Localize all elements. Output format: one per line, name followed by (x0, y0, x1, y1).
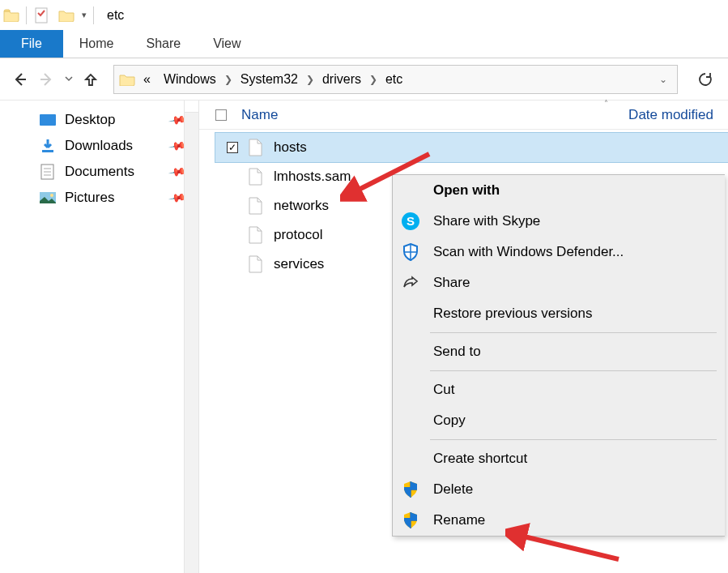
share-icon (399, 273, 422, 293)
menu-open-with[interactable]: Open with (393, 175, 725, 206)
sort-indicator-icon: ˄ (604, 99, 608, 108)
menu-label: Restore previous versions (433, 306, 593, 322)
menu-separator (430, 439, 717, 440)
menu-separator (430, 332, 717, 333)
desktop-icon (39, 113, 57, 126)
refresh-button[interactable] (691, 65, 720, 94)
svg-rect-2 (42, 150, 53, 152)
menu-send-to[interactable]: Send to (393, 336, 725, 367)
sidebar-item-label: Pictures (65, 190, 114, 206)
menu-rename[interactable]: Rename (393, 505, 725, 536)
forward-button[interactable] (36, 68, 58, 91)
chevron-right-icon[interactable]: ❯ (369, 74, 377, 85)
sidebar-item-downloads[interactable]: Downloads 📌 (8, 133, 198, 159)
menu-label: Scan with Windows Defender... (433, 244, 624, 260)
menu-label: Cut (433, 382, 454, 398)
context-menu: Open with S Share with Skype Scan with W… (392, 174, 725, 537)
menu-create-shortcut[interactable]: Create shortcut (393, 443, 725, 474)
column-name[interactable]: Name (241, 107, 278, 123)
select-all-checkbox[interactable] (215, 109, 227, 121)
up-button[interactable] (79, 68, 102, 91)
navigation-bar: « Windows ❯ System32 ❯ drivers ❯ etc ⌄ (0, 58, 728, 100)
file-icon (248, 138, 264, 157)
menu-label: Open with (433, 182, 500, 199)
breadcrumb-windows[interactable]: Windows (159, 72, 221, 87)
sidebar-item-label: Downloads (65, 138, 133, 154)
address-history-dropdown[interactable]: ⌄ (654, 74, 672, 85)
sidebar-item-documents[interactable]: Documents 📌 (8, 159, 198, 185)
tab-share[interactable]: Share (130, 30, 197, 58)
menu-label: Create shortcut (433, 451, 527, 467)
menu-scan-defender[interactable]: Scan with Windows Defender... (393, 237, 725, 267)
breadcrumb-folder-icon (119, 73, 135, 86)
sidebar-item-label: Documents (65, 164, 134, 180)
file-row-hosts[interactable]: ✓ hosts (215, 133, 728, 162)
column-header-row: ˄ Name Date modified (199, 100, 728, 130)
menu-copy[interactable]: Copy (393, 405, 725, 436)
menu-label: Copy (433, 413, 466, 429)
file-icon (248, 225, 264, 245)
menu-delete[interactable]: Delete (393, 474, 725, 505)
breadcrumb-overflow[interactable]: « (138, 72, 155, 87)
app-folder-icon (3, 7, 19, 24)
titlebar-divider (26, 6, 27, 24)
address-bar[interactable]: « Windows ❯ System32 ❯ drivers ❯ etc ⌄ (113, 65, 678, 94)
properties-icon[interactable] (33, 6, 51, 24)
menu-share[interactable]: Share (393, 267, 725, 298)
file-name: hosts (274, 139, 307, 156)
breadcrumb-system32[interactable]: System32 (236, 72, 303, 87)
uac-shield-icon (399, 481, 422, 498)
file-icon (248, 196, 264, 216)
file-name: services (274, 256, 324, 272)
pictures-icon (39, 191, 57, 204)
menu-share-skype[interactable]: S Share with Skype (393, 206, 725, 237)
downloads-icon (39, 138, 57, 154)
menu-label: Send to (433, 344, 481, 360)
menu-label: Delete (433, 481, 473, 498)
file-name: lmhosts.sam (274, 169, 351, 185)
titlebar-divider-2 (93, 6, 94, 24)
chevron-right-icon[interactable]: ❯ (306, 74, 314, 85)
sidebar-scrollbar[interactable] (184, 100, 198, 573)
menu-restore-versions[interactable]: Restore previous versions (393, 298, 725, 329)
svg-text:S: S (407, 214, 415, 228)
file-icon (248, 167, 264, 186)
menu-label: Share (433, 275, 470, 291)
file-name: protocol (274, 227, 322, 243)
ribbon: File Home Share View (0, 31, 728, 58)
column-date[interactable]: Date modified (614, 107, 728, 123)
chevron-right-icon[interactable]: ❯ (224, 74, 232, 85)
menu-label: Rename (433, 512, 485, 528)
tab-view[interactable]: View (197, 30, 257, 58)
menu-separator (430, 370, 717, 371)
file-tab[interactable]: File (0, 30, 63, 58)
documents-icon (39, 164, 57, 180)
window-title: etc (100, 8, 124, 23)
menu-cut[interactable]: Cut (393, 374, 725, 405)
row-checkbox[interactable]: ✓ (227, 142, 238, 153)
breadcrumb-drivers[interactable]: drivers (317, 72, 366, 87)
new-folder-icon[interactable] (57, 6, 75, 24)
qat-dropdown-icon[interactable]: ▾ (82, 10, 87, 20)
sidebar-item-pictures[interactable]: Pictures 📌 (8, 185, 198, 211)
sidebar-item-desktop[interactable]: Desktop 📌 (8, 107, 198, 133)
file-name: networks (274, 198, 329, 214)
svg-rect-1 (40, 114, 56, 126)
back-button[interactable] (8, 68, 31, 91)
file-icon (248, 254, 264, 274)
navigation-pane: Desktop 📌 Downloads 📌 Documents 📌 Pictur… (0, 100, 199, 573)
breadcrumb-etc[interactable]: etc (381, 72, 407, 87)
svg-point-8 (50, 194, 53, 197)
tab-home[interactable]: Home (63, 30, 130, 58)
sidebar-item-label: Desktop (65, 112, 115, 128)
skype-icon: S (399, 212, 422, 231)
recent-locations-dropdown[interactable] (63, 68, 75, 91)
defender-shield-icon (399, 242, 422, 262)
uac-shield-icon (399, 511, 422, 529)
title-bar: ▾ etc (0, 0, 728, 31)
menu-label: Share with Skype (433, 213, 540, 229)
